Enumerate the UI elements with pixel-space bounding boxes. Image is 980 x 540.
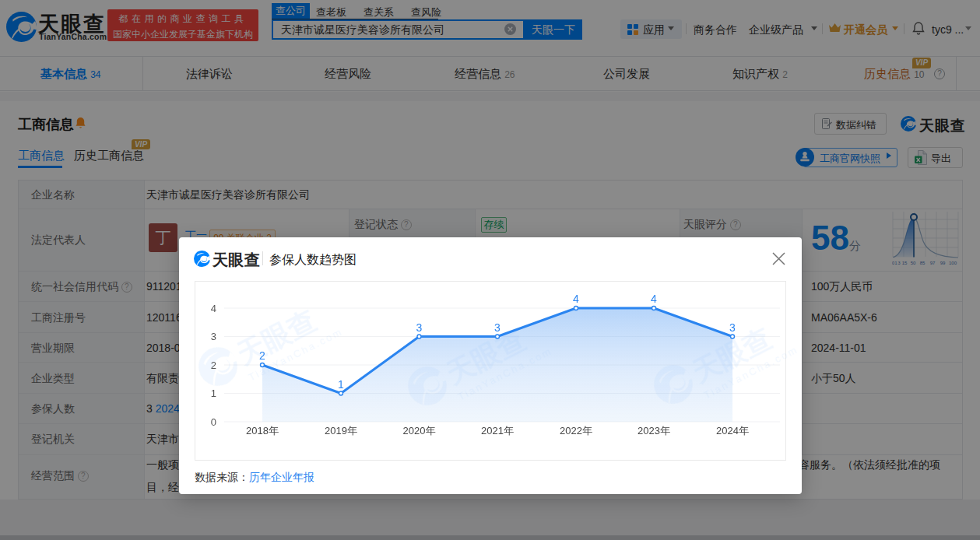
svg-text:2020年: 2020年 [403, 425, 436, 437]
svg-text:0: 0 [211, 416, 216, 428]
svg-text:3: 3 [211, 331, 216, 342]
svg-text:2023年: 2023年 [638, 425, 670, 437]
svg-text:3: 3 [729, 321, 736, 334]
svg-text:1: 1 [211, 387, 216, 399]
svg-text:4: 4 [573, 293, 579, 305]
svg-text:2: 2 [259, 349, 265, 362]
svg-text:4: 4 [211, 303, 216, 314]
svg-text:2021年: 2021年 [481, 425, 514, 437]
svg-text:2019年: 2019年 [325, 425, 357, 437]
svg-text:2: 2 [211, 359, 216, 371]
svg-text:2024年: 2024年 [716, 425, 749, 437]
svg-text:2018年: 2018年 [246, 425, 279, 437]
svg-text:3: 3 [416, 321, 423, 334]
svg-text:1: 1 [338, 378, 344, 391]
svg-text:4: 4 [651, 293, 657, 305]
svg-text:3: 3 [494, 321, 501, 334]
svg-text:2022年: 2022年 [560, 425, 592, 437]
